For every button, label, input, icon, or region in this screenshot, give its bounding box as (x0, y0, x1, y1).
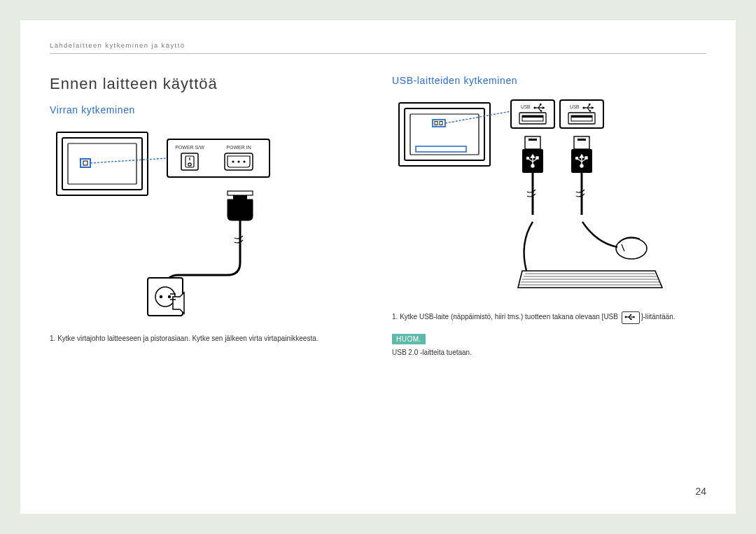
power-step-text: 1. Kytke virtajohto laitteeseen ja pisto… (50, 334, 364, 344)
left-column: Ennen laitteen käyttöä Virran kytkeminen (50, 75, 364, 356)
svg-point-20 (168, 295, 171, 298)
svg-point-11 (232, 160, 234, 162)
power-panel-icon: POWER S/W POWER IN (167, 139, 270, 177)
svg-point-18 (155, 287, 175, 307)
note-badge: HUOM. (392, 334, 426, 344)
monitor-back-icon (399, 103, 490, 166)
usb-plug-icon (522, 136, 592, 215)
section-heading-power: Virran kytkeminen (50, 104, 364, 115)
svg-rect-44 (589, 104, 590, 105)
power-sw-label: POWER S/W (175, 145, 204, 150)
usb-port-panel-icon: USB (511, 100, 603, 128)
svg-point-12 (237, 160, 239, 162)
power-in-label: POWER IN (226, 145, 251, 150)
svg-rect-2 (68, 143, 136, 184)
list-number: 1. (392, 313, 400, 321)
power-connection-diagram: POWER S/W POWER IN (50, 125, 364, 324)
usb-connection-diagram: USB (392, 96, 706, 302)
svg-point-19 (160, 295, 162, 298)
mouse-icon (582, 222, 647, 259)
svg-rect-51 (528, 139, 537, 141)
svg-rect-58 (536, 157, 538, 159)
svg-point-36 (540, 110, 542, 112)
svg-rect-60 (578, 139, 586, 141)
svg-point-56 (526, 157, 528, 159)
breadcrumb: Lähdelaitteen kytkeminen ja käyttö (50, 41, 706, 49)
usb-step-text: 1. Kytke USB-laite (näppäimistö, hiiri t… (392, 311, 706, 324)
usb-trident-inline-icon (622, 311, 640, 324)
svg-rect-67 (585, 157, 587, 159)
svg-rect-78 (630, 314, 631, 316)
usb-label-1: USB (521, 104, 530, 109)
svg-rect-39 (522, 115, 543, 118)
right-column: USB-laitteiden kytkeminen (392, 75, 706, 356)
manual-page: Lähdelaitteen kytkeminen ja käyttö Ennen… (20, 20, 736, 514)
svg-point-65 (575, 157, 578, 159)
section-heading-usb: USB-laitteiden kytkeminen (392, 75, 706, 86)
list-number: 1. (50, 335, 57, 342)
svg-rect-49 (571, 115, 592, 118)
svg-rect-37 (519, 113, 546, 124)
svg-rect-47 (568, 113, 595, 124)
svg-rect-16 (233, 235, 244, 245)
svg-rect-34 (540, 104, 541, 105)
two-column-layout: Ennen laitteen käyttöä Virran kytkeminen (50, 75, 706, 356)
usb-label-2: USB (570, 104, 579, 109)
page-title: Ennen laitteen käyttöä (50, 75, 364, 93)
svg-rect-15 (227, 191, 253, 195)
monitor-back-icon (57, 132, 148, 195)
svg-rect-50 (525, 136, 540, 149)
page-number: 24 (695, 486, 706, 497)
header-divider (50, 53, 706, 54)
svg-point-46 (589, 110, 592, 112)
svg-rect-59 (574, 136, 589, 149)
wall-outlet-icon (148, 278, 184, 316)
svg-point-13 (243, 160, 245, 162)
note-text: USB 2.0 -laitteita tuetaan. (392, 349, 706, 356)
